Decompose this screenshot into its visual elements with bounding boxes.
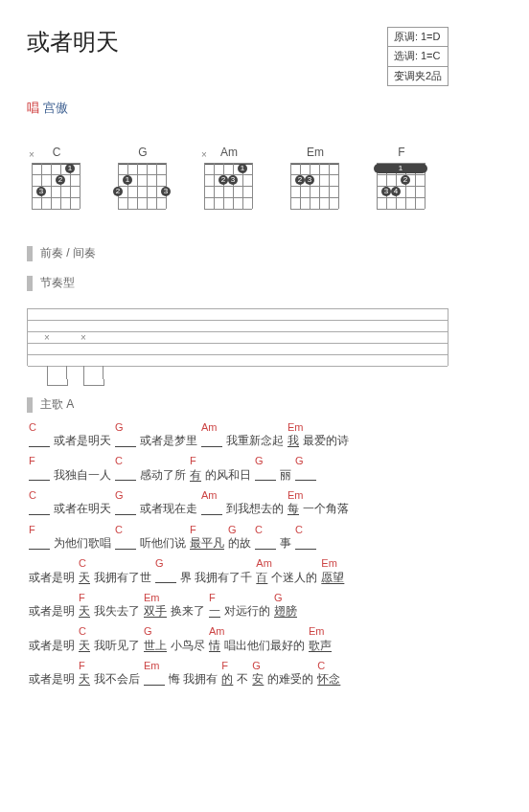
lyric-syllable: G安 [252,672,264,688]
original-key: 原调: 1=D [388,28,448,47]
chord-annotation: F [29,523,35,536]
section-bar-icon [27,276,33,291]
lyric-syllable: 感动了所 [140,468,186,484]
lyric-rest: C [115,468,136,484]
lyric-syllable: 我重新念起 [226,434,284,449]
lyric-syllable: F一 [209,604,220,620]
chord-annotation: G [144,624,152,638]
chord-annotation: Em [144,591,160,604]
lyric-syllable: F天 [79,604,90,620]
lyric-syllable: 个迷人的 [271,571,317,586]
lyric-rest: F [29,536,50,552]
chord-annotation: Am [201,488,218,502]
lyric-syllable: 或者在明天 [54,502,111,517]
page-title: 或者明天 [27,27,119,57]
chord-annotation: G [274,591,283,604]
section-label-text: 前奏 / 间奏 [40,245,96,261]
lyric-syllable: Em每 [288,502,299,517]
lyric-syllable: 最爱的诗 [303,434,349,449]
chord-diagram-g: G 1 2 3 [113,146,172,216]
lyric-line: 或者是明F天 我失去了Em双手 换来了F一对远行的G翅膀 [27,604,448,620]
chord-annotation: G [255,454,264,467]
lyric-line: F为他们歌唱C听他们说F最平凡G的故C事C [27,536,448,552]
chord-annotation: G [115,420,124,434]
section-rhythm: 节奏型 [27,275,448,291]
lyric-syllable: Em愿望 [321,571,344,586]
chord-annotation: C [115,523,123,536]
chord-diagram-f: F 1 2 3 4 [372,146,431,216]
lyric-syllable: 一个角落 [303,502,349,517]
chord-annotation: Em [288,420,304,434]
tab-staff: × × [27,308,448,366]
chord-diagram-c: C × 1 2 3 [27,146,86,216]
chord-annotation: C [79,556,86,570]
chord-diagram-em: Em 2 3 [286,146,345,216]
lyric-line: 或者是明C天 我拥有了世G界 我拥有了千Am百个迷人的Em愿望 [27,571,448,586]
lyric-syllable: 或者是明 [29,639,75,654]
lyric-rest: C [295,536,316,552]
chord-annotation: Am [201,420,218,434]
section-label-text: 节奏型 [40,275,75,291]
chord-annotation: Em [288,488,304,502]
chord-name: Em [286,146,345,159]
lyric-syllable: Em歌声 [309,639,332,654]
chord-annotation: C [79,624,86,638]
lyric-syllable: 或者是梦里 [140,434,197,449]
chord-annotation: F [79,659,85,672]
lyric-syllable: 我不会后 [94,672,140,688]
lyric-line: F我独自一人C感动了所F有的风和日G丽G [27,468,448,484]
chord-annotation: G [155,556,164,570]
lyric-syllable: 不 [237,672,248,688]
lyric-syllable: C天 [79,571,90,586]
lyric-syllable: Em双手 [144,604,167,620]
chord-grid: × 1 2 3 [32,163,81,216]
lyric-syllable: 事 [280,536,291,552]
lyric-rest: G [295,468,316,484]
chord-annotation: G [295,454,304,467]
section-label-text: 主歌 A [40,396,74,413]
chord-annotation: C [295,523,303,536]
chord-annotation: F [190,523,196,536]
lyric-syllable: 到我想去的 [226,502,284,517]
lyric-syllable: 我独自一人 [54,468,111,484]
singer-row: 唱 宫傲 [27,100,448,117]
singer-name[interactable]: 宫傲 [43,101,68,115]
lyric-rest: G [255,468,276,484]
lyric-syllable: 听他们说 [140,536,186,552]
chord-diagram-am: Am × 1 2 3 [199,146,259,216]
lyric-rest: Am [201,502,222,517]
chord-annotation: Em [144,659,160,672]
lyric-section: C或者是明天G或者是梦里Am我重新念起Em我最爱的诗F我独自一人C感动了所F有的… [27,434,448,688]
section-intro: 前奏 / 间奏 [27,245,448,261]
lyric-syllable: 唱出他们最好的 [224,639,305,654]
chord-diagrams-row: C × 1 2 3 G 1 2 3 Am × 1 2 [27,146,448,216]
lyric-syllable: 换来了 [171,604,205,620]
lyric-syllable: 我听见了 [94,639,140,654]
lyric-rest: C [115,536,136,552]
lyric-syllable: C怀念 [317,672,340,688]
chord-name: C [27,146,86,159]
chord-annotation: C [115,454,123,467]
chord-annotation: C [29,420,36,434]
chord-grid: × 1 2 3 [204,163,254,216]
chord-annotation: G [228,523,237,536]
chord-annotation: G [252,659,261,672]
chord-annotation: Em [321,556,337,570]
lyric-line: C或者是明天G或者是梦里Am我重新念起Em我最爱的诗 [27,434,448,449]
lyric-syllable: Em我 [288,434,299,449]
lyric-line: 或者是明F天 我不会后Em悔 我拥有F的不G安的难受的C怀念 [27,672,448,688]
lyric-syllable: 或者是明 [29,604,75,620]
chord-annotation: F [190,454,196,467]
lyric-syllable: 丽 [280,468,291,484]
chord-annotation: C [317,659,325,672]
chord-grid: 2 3 [290,163,340,216]
chord-annotation: F [209,591,216,604]
chord-annotation: F [29,454,35,467]
lyric-rest: G [115,502,136,517]
lyric-rest: C [255,536,276,552]
section-bar-icon [27,246,33,261]
chord-name: G [113,146,172,159]
lyric-rest: G [115,434,136,449]
lyric-line: C或者在明天G或者现在走Am到我想去的Em每一个角落 [27,502,448,517]
key-meta-box: 原调: 1=D 选调: 1=C 变调夹2品 [387,27,448,86]
